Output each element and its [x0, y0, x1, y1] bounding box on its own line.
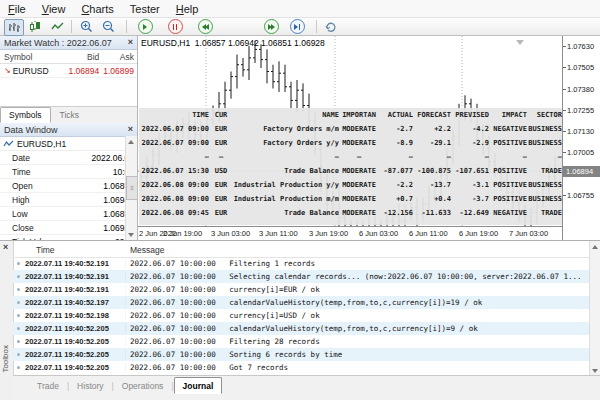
log-bullet-icon	[17, 288, 20, 291]
candlestick-icon	[29, 21, 41, 33]
journal-row[interactable]: 2022.07.11 19:40:52.2052022.06.07 10:00:…	[13, 348, 590, 361]
close-icon[interactable]: ×	[128, 38, 133, 47]
journal-row[interactable]: 2022.07.11 19:40:52.1912022.06.07 10:00:…	[13, 283, 590, 296]
calendar-cell: POSITIVE	[489, 167, 527, 175]
market-watch-column-headers: Symbol Bid Ask	[0, 50, 137, 64]
tab-ticks[interactable]: Ticks	[51, 107, 89, 123]
calendar-cell: –	[379, 153, 413, 161]
tab-symbols[interactable]: Symbols	[0, 107, 51, 123]
scroll-down-icon[interactable]	[126, 229, 136, 240]
bar-chart-icon	[8, 22, 20, 33]
symbol-row-eurusd[interactable]: ↘ EURUSD 1.06894 1.06899	[0, 64, 137, 78]
mt5-tester-window: FileViewChartsTesterHelp	[0, 0, 600, 400]
calendar-cell: TRADE	[527, 209, 562, 217]
calendar-cell: Industrial Production y/y	[233, 181, 339, 189]
tab-journal[interactable]: Journal	[174, 377, 223, 394]
calendar-cell: –	[489, 153, 527, 161]
rewind-button[interactable]	[196, 19, 214, 34]
col-time[interactable]: Time	[36, 245, 55, 255]
scroll-up-icon[interactable]	[590, 241, 599, 252]
scrollbar-thumb[interactable]: ≡	[126, 176, 138, 200]
journal-row[interactable]: 2022.07.11 19:40:52.1982022.06.07 10:00:…	[13, 309, 590, 322]
field-label: High	[0, 195, 70, 205]
pause-icon	[168, 19, 183, 34]
line-chart-button[interactable]	[48, 19, 66, 34]
calendar-event-row: –––––––––	[139, 150, 562, 164]
calendar-header-row: TIMECURNAMEIMPORTANACTUALFORECASTPREVISE…	[139, 108, 562, 122]
data-window-row-date: Date2022.06.07	[0, 151, 137, 165]
zoom-in-button[interactable]	[77, 19, 95, 34]
skip-to-end-button[interactable]	[288, 19, 306, 34]
scroll-up-icon[interactable]	[126, 136, 136, 147]
instrument-row[interactable]: EURUSD,H1	[0, 137, 137, 151]
menu-item-file[interactable]: File	[0, 2, 34, 16]
log-time: 2022.07.11 19:40:52.205	[25, 350, 120, 359]
calendar-cell: -2.2	[379, 181, 413, 189]
journal-row[interactable]: 2022.07.11 19:40:52.2052022.06.07 10:00:…	[13, 361, 590, 374]
calendar-cell: -13.7	[413, 181, 451, 189]
calendar-event-row: 2022.06.08 09:00EURIndustrial Production…	[139, 192, 562, 206]
log-message: 2022.06.07 10:00:00 currency[i]=USD / ok	[125, 311, 590, 320]
calendar-cell: MODERATE	[339, 167, 379, 175]
calendar-event-row: 2022.06.07 09:00EURFactory Orders m/mMOD…	[139, 122, 562, 136]
journal-row[interactable]: 2022.07.11 19:40:52.2052022.06.07 10:00:…	[13, 335, 590, 348]
chart-shift-marker-icon	[516, 40, 524, 45]
calendar-cell: -100.875	[413, 167, 451, 175]
time-tick-label: 6 Jun 19:00	[459, 229, 498, 238]
time-tick-label: 6 Jun 03:00	[359, 229, 398, 238]
repeat-button[interactable]	[322, 19, 340, 34]
calendar-cell: BUSINESS	[527, 195, 562, 203]
menu-item-view[interactable]: View	[34, 2, 74, 16]
calendar-cell: FORECAST	[413, 111, 451, 119]
calendar-cell: –	[139, 153, 209, 161]
bar-chart-button[interactable]	[4, 19, 24, 36]
calendar-cell: -3.7	[451, 195, 489, 203]
data-window-row-low: Low1.06851	[0, 207, 137, 221]
calendar-cell: +0.7	[379, 195, 413, 203]
journal-row[interactable]: 2022.07.11 19:40:52.1912022.06.07 10:00:…	[13, 270, 590, 283]
log-message: 2022.06.07 10:00:00 Got 7 records	[125, 363, 590, 372]
pause-button[interactable]	[166, 19, 184, 34]
calendar-cell: MODERATE	[339, 125, 379, 133]
candlestick-button[interactable]	[26, 19, 44, 34]
calendar-cell: Factory Orders y/y	[233, 139, 339, 147]
col-bid[interactable]: Bid	[62, 52, 100, 62]
journal-row[interactable]: 2022.07.11 19:40:52.1912022.06.07 10:00:…	[13, 257, 590, 270]
log-message: 2022.06.07 10:00:00 calendarValueHistory…	[125, 324, 590, 333]
calendar-cell: MODERATE	[339, 139, 379, 147]
close-icon[interactable]: ×	[128, 125, 133, 134]
toolbar: Skip to 2022.07.10 00:00	[0, 18, 600, 36]
play-button[interactable]	[136, 19, 154, 34]
log-time: 2022.07.11 19:40:52.191	[25, 285, 120, 294]
time-tick-label: 6 Jun 11:00	[409, 229, 448, 238]
journal-row[interactable]: 2022.07.11 19:40:52.1972022.06.07 10:00:…	[13, 296, 590, 309]
data-window-header: Data Window ×	[0, 123, 137, 137]
menu-item-tester[interactable]: Tester	[122, 2, 168, 16]
tab-trade[interactable]: Trade	[29, 378, 67, 393]
col-ask[interactable]: Ask	[99, 52, 137, 62]
menu-item-charts[interactable]: Charts	[73, 2, 121, 16]
chart-canvas[interactable]: TIMECURNAMEIMPORTANACTUALFORECASTPREVISE…	[138, 36, 562, 226]
fast-forward-button[interactable]	[262, 19, 280, 34]
col-message[interactable]: Message	[130, 245, 165, 255]
close-icon[interactable]: ×	[3, 242, 8, 252]
col-symbol[interactable]: Symbol	[0, 52, 62, 62]
tab-history[interactable]: History	[69, 378, 111, 393]
calendar-overlay-table: TIMECURNAMEIMPORTANACTUALFORECASTPREVISE…	[139, 108, 562, 225]
market-watch-tabs: SymbolsTicks	[0, 106, 137, 123]
calendar-cell: -2.7	[379, 125, 413, 133]
calendar-cell: NAME	[233, 111, 339, 119]
time-tick-label: 3 Jun 19:00	[309, 229, 348, 238]
calendar-cell: TRADE	[527, 167, 562, 175]
symbol-name: EURUSD	[13, 66, 49, 76]
data-window-row-open: Open1.06857	[0, 179, 137, 193]
calendar-cell: MODERATE	[339, 195, 379, 203]
journal-scrollbar[interactable]	[589, 241, 600, 376]
time-tick-label: 3 Jun 03:00	[211, 229, 250, 238]
tab-operations[interactable]: Operations	[114, 378, 172, 393]
data-window-scrollbar[interactable]: ≡	[125, 136, 137, 240]
journal-row[interactable]: 2022.07.11 19:40:52.2052022.06.07 10:00:…	[13, 322, 590, 335]
menu-item-help[interactable]: Help	[168, 2, 207, 16]
zoom-out-button[interactable]	[99, 19, 117, 34]
calendar-cell: 2022.06.08 09:45	[139, 209, 209, 217]
